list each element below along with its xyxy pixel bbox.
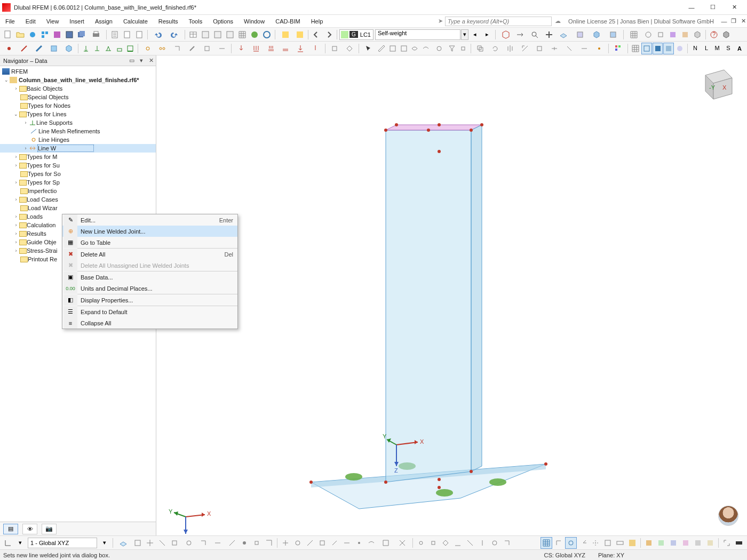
set-2-icon[interactable] [343, 43, 357, 54]
maximize-button[interactable]: ☐ [702, 1, 724, 14]
mesh-show-icon[interactable] [630, 43, 641, 54]
cloud-open-icon[interactable] [27, 29, 38, 41]
lc-prev-icon[interactable]: ◂ [469, 29, 481, 41]
wp-4-icon[interactable] [156, 537, 168, 549]
wp-5-icon[interactable] [169, 537, 180, 549]
filter-icon[interactable] [447, 43, 457, 54]
connect-icon[interactable] [562, 43, 577, 54]
view-c-icon[interactable] [704, 537, 716, 549]
global-calc-icon[interactable] [261, 29, 273, 41]
expand-icon[interactable]: › [13, 162, 19, 169]
solid-icon[interactable] [62, 43, 76, 54]
numbering-4-icon[interactable]: S [723, 43, 734, 54]
node-icon[interactable] [2, 43, 17, 54]
tree-types-m[interactable]: ›Types for M [0, 153, 156, 161]
child-close-button[interactable]: ✕ [740, 18, 747, 25]
menu-assign[interactable]: Assign [90, 17, 118, 26]
new-model-icon[interactable] [2, 29, 14, 41]
addon-2-icon[interactable] [212, 29, 224, 41]
view-yz-icon[interactable] [667, 537, 679, 549]
visibility-3-icon[interactable] [432, 43, 446, 54]
scale-icon[interactable] [518, 43, 532, 54]
load-free-icon[interactable] [308, 43, 323, 54]
addon-1-icon[interactable] [200, 29, 211, 41]
polar-icon[interactable] [577, 537, 589, 549]
measure-icon[interactable] [376, 43, 387, 54]
nav-next-type-icon[interactable] [323, 29, 335, 41]
loadcase-select[interactable]: Self-weight [375, 29, 460, 40]
expand-icon[interactable]: › [13, 247, 19, 254]
surface-icon[interactable] [47, 43, 61, 54]
expand-icon[interactable]: › [13, 85, 19, 92]
stiffness-icon[interactable] [200, 43, 214, 54]
redo-icon[interactable] [166, 29, 182, 41]
snap-3-icon[interactable] [304, 537, 316, 549]
morph-icon[interactable] [592, 43, 607, 54]
cs-toggle-icon[interactable]: ▾ [14, 537, 26, 549]
command-icon[interactable] [733, 537, 745, 549]
extend-icon[interactable] [577, 43, 592, 54]
navigator-close-button[interactable]: ✕ [146, 56, 156, 66]
menu-results[interactable]: Results [153, 17, 184, 26]
numbering-3-icon[interactable]: M [712, 43, 722, 54]
pan-icon[interactable] [543, 29, 555, 41]
load-line-icon[interactable] [249, 43, 263, 54]
rigid-link-icon[interactable] [185, 43, 200, 54]
hinge-line-icon[interactable] [155, 43, 170, 54]
wp-11-icon[interactable] [251, 537, 263, 549]
results-toggle-icon[interactable] [277, 29, 293, 41]
lc-next-icon[interactable]: ▸ [481, 29, 493, 41]
line-icon[interactable] [17, 43, 31, 54]
view-b-icon[interactable] [692, 537, 704, 549]
menu-tools[interactable]: Tools [183, 17, 208, 26]
child-minimize-button[interactable]: — [720, 18, 728, 25]
view-direction-icon[interactable] [514, 29, 526, 41]
save-all-icon[interactable] [76, 29, 88, 41]
undo-icon[interactable] [150, 29, 166, 41]
menu-help[interactable]: Help [306, 17, 329, 26]
font-icon[interactable]: A [734, 43, 745, 54]
expand-icon[interactable]: › [13, 196, 19, 203]
tree-root[interactable]: RFEM [0, 67, 156, 76]
snap-1-icon[interactable] [280, 537, 291, 549]
hinge-member-icon[interactable] [140, 43, 155, 54]
snap-7-icon[interactable] [353, 537, 365, 549]
save-icon[interactable] [63, 29, 75, 41]
model-params-icon[interactable] [109, 29, 121, 41]
tree-line-mesh[interactable]: Line Mesh Refinements [0, 127, 156, 135]
addon-3-icon[interactable] [224, 29, 236, 41]
view-cube-icon[interactable] [692, 29, 703, 41]
osn-4-icon[interactable] [452, 537, 464, 549]
expand-icon[interactable]: › [13, 239, 19, 245]
wp-8-icon[interactable] [210, 537, 226, 549]
osn-3-icon[interactable] [440, 537, 451, 549]
cm-units[interactable]: 0.00Units and Decimal Places... [62, 283, 237, 294]
block-manager-icon[interactable] [39, 29, 51, 41]
open-icon[interactable] [14, 29, 26, 41]
nav-tab-display[interactable]: 👁 [22, 524, 37, 534]
cube-3d-icon[interactable] [720, 29, 732, 41]
shaded-active-icon[interactable] [653, 43, 663, 54]
navigator-float-button[interactable]: ▭ [127, 56, 137, 66]
navigator-tree[interactable]: RFEM ⌄Column_base_with_line_weld_finishe… [0, 66, 156, 522]
clipping-icon[interactable] [679, 29, 691, 41]
section-icon[interactable] [605, 29, 621, 41]
view-iso-icon[interactable] [498, 29, 514, 41]
wireframe-active-icon[interactable] [641, 43, 652, 54]
assistant-avatar-icon[interactable] [718, 506, 738, 526]
menu-insert[interactable]: Insert [64, 17, 90, 26]
cs-select[interactable]: 1 - Global XYZ [28, 538, 97, 548]
osn-5-icon[interactable] [464, 537, 476, 549]
snap-4-icon[interactable] [316, 537, 328, 549]
units-icon[interactable] [121, 29, 133, 41]
view-xz-icon[interactable] [655, 537, 667, 549]
isolate-icon[interactable] [458, 43, 468, 54]
wp-9-icon[interactable] [226, 537, 238, 549]
load-solid-icon[interactable] [279, 43, 293, 54]
nav-prev-type-icon[interactable] [311, 29, 322, 41]
support-2-icon[interactable] [92, 43, 102, 54]
tree-line-supports[interactable]: ›Line Supports [0, 118, 156, 127]
expand-icon[interactable]: › [13, 179, 19, 186]
tree-basic-objects[interactable]: ›Basic Objects [0, 84, 156, 93]
nav-cube[interactable]: -Y X [695, 62, 737, 105]
